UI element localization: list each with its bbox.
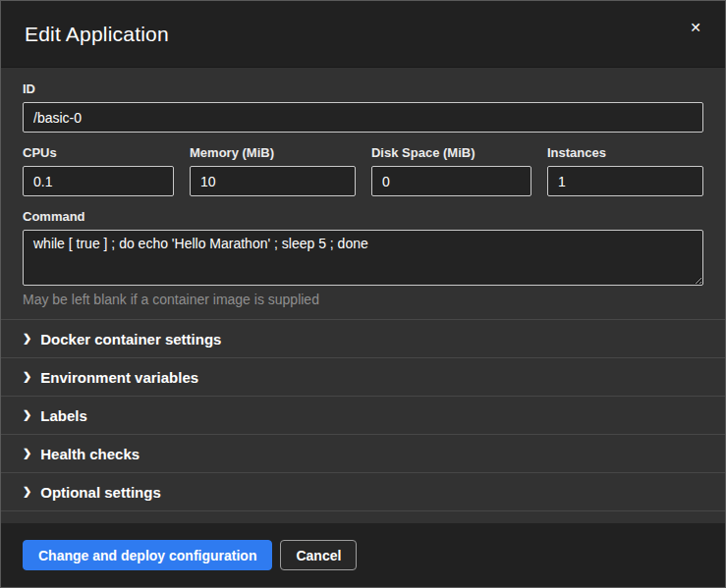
section-label: Docker container settings [40,331,221,347]
chevron-right-icon: ❯ [23,332,31,345]
id-field-group: ID [23,81,703,133]
id-input[interactable] [23,102,703,133]
section-health-checks[interactable]: ❯ Health checks [1,435,725,473]
command-help-text: May be left blank if a container image i… [23,292,703,307]
instances-field-group: Instances [547,145,703,196]
chevron-right-icon: ❯ [23,370,31,383]
chevron-right-icon: ❯ [23,408,31,421]
resources-row: CPUs Memory (MiB) Disk Space (MiB) Insta… [23,145,703,196]
section-label: Optional settings [40,484,161,501]
disk-space-label: Disk Space (MiB) [371,145,531,160]
memory-label: Memory (MiB) [190,145,356,160]
section-docker-container-settings[interactable]: ❯ Docker container settings [1,320,725,358]
disk-space-field-group: Disk Space (MiB) [371,145,531,196]
section-label: Labels [40,407,87,424]
close-icon[interactable]: ✕ [686,17,705,38]
cpus-label: CPUs [23,145,174,160]
section-environment-variables[interactable]: ❯ Environment variables [1,358,725,397]
modal-header: Edit Application ✕ [1,1,725,68]
command-field-group: Command while [ true ] ; do echo 'Hello … [23,209,703,307]
cpus-input[interactable] [23,166,174,196]
memory-input[interactable] [190,166,356,196]
id-label: ID [23,81,703,96]
cpus-field-group: CPUs [23,145,174,196]
application-form: ID CPUs Memory (MiB) Disk Space (MiB) In… [1,68,725,319]
memory-field-group: Memory (MiB) [190,145,356,196]
edit-application-modal: Edit Application ✕ ID CPUs Memory (MiB) … [0,0,726,588]
section-optional-settings[interactable]: ❯ Optional settings [1,473,725,511]
modal-footer: Change and deploy configuration Cancel [1,523,725,587]
cancel-button[interactable]: Cancel [280,540,357,570]
section-label: Health checks [40,446,140,462]
section-label: Environment variables [40,369,198,386]
section-labels[interactable]: ❯ Labels [1,397,725,435]
instances-input[interactable] [547,166,703,196]
chevron-right-icon: ❯ [23,485,31,498]
disk-space-input[interactable] [371,166,531,196]
modal-title: Edit Application [25,23,169,46]
change-and-deploy-button[interactable]: Change and deploy configuration [23,540,272,570]
collapsible-sections: ❯ Docker container settings ❯ Environmen… [1,319,725,511]
command-textarea[interactable]: while [ true ] ; do echo 'Hello Marathon… [23,230,703,286]
command-label: Command [23,209,703,224]
chevron-right-icon: ❯ [23,447,31,459]
instances-label: Instances [547,145,703,160]
